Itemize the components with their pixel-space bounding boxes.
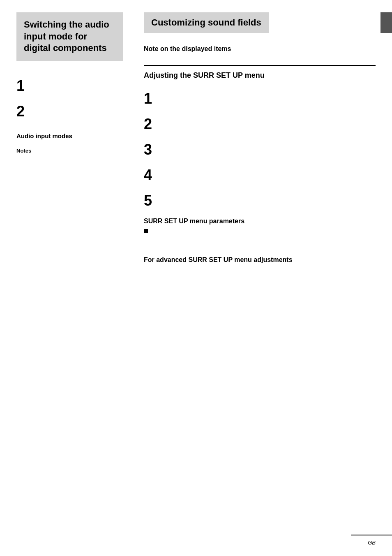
page-footer: GB	[368, 539, 376, 546]
right-header-title: Customizing sound fields	[151, 17, 261, 28]
right-step-3: 3	[144, 141, 376, 158]
notes-label: Notes	[16, 148, 123, 154]
left-header-box: Switching the audio input mode for digit…	[16, 12, 123, 61]
adjusting-heading: Adjusting the SURR SET UP menu	[144, 71, 376, 80]
right-step-1: 1	[144, 90, 376, 107]
divider-line	[144, 65, 376, 66]
gb-label: GB	[368, 540, 376, 546]
right-step-4: 4	[144, 167, 376, 184]
right-step-5: 5	[144, 192, 376, 209]
dark-block	[380, 12, 392, 33]
right-column: Customizing sound fields Note on the dis…	[131, 0, 392, 556]
bullet-square-icon	[144, 229, 148, 233]
right-step-2: 2	[144, 116, 376, 133]
footer-line	[351, 535, 392, 535]
left-step-1: 1	[16, 77, 123, 95]
page: Switching the audio input mode for digit…	[0, 0, 392, 556]
left-step-2: 2	[16, 103, 123, 120]
for-advanced-label: For advanced SURR SET UP menu adjustment…	[144, 255, 376, 264]
left-column: Switching the audio input mode for digit…	[0, 0, 131, 556]
surr-params-label: SURR SET UP menu parameters	[144, 218, 376, 225]
audio-input-modes-label: Audio input modes	[16, 132, 123, 139]
right-steps-container: 1 2 3 4 5	[144, 90, 376, 209]
note-heading: Note on the displayed items	[144, 45, 376, 53]
left-header-title: Switching the audio input mode for digit…	[24, 19, 109, 53]
right-header-box: Customizing sound fields	[144, 12, 269, 33]
